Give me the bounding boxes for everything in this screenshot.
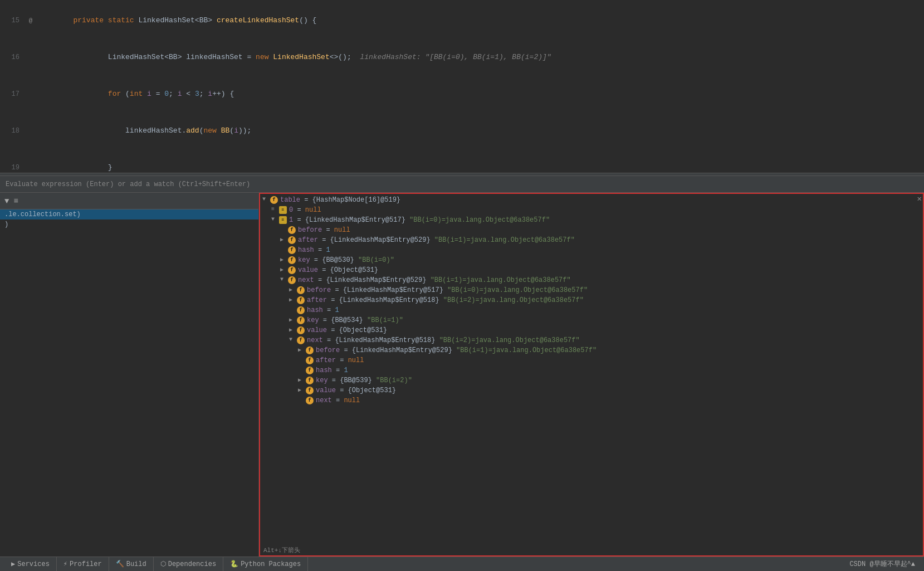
tree-text: 0 = null: [289, 206, 321, 214]
expand-arrow[interactable]: ▶: [298, 346, 304, 353]
line-content-19: }: [36, 149, 113, 173]
debug-item-2[interactable]: ): [0, 219, 258, 230]
expand-arrow[interactable]: ▶: [298, 377, 304, 383]
field-icon: f: [288, 226, 296, 234]
tree-item-before2[interactable]: ▶ f before = {LinkedHashMap$Entry@517} "…: [259, 285, 924, 295]
close-button[interactable]: ✕: [917, 194, 922, 203]
field-icon: f: [288, 246, 296, 254]
tree-item-before1[interactable]: f before = null: [259, 225, 924, 235]
expand-arrow[interactable]: ▼: [271, 216, 277, 222]
line-content-15: private static LinkedHashSet<BB> createL…: [36, 2, 316, 39]
status-item-build[interactable]: 🔨 Build: [109, 557, 154, 571]
evaluate-bar[interactable]: Evaluate expression (Enter) or add a wat…: [0, 176, 924, 193]
expand-arrow[interactable]: ▼: [289, 336, 295, 343]
tree-item-hash3[interactable]: f hash = 1: [259, 365, 924, 375]
tree-text: hash = 1: [307, 306, 339, 314]
status-item-python-packages[interactable]: 🐍 Python Packages: [223, 557, 308, 571]
debug-left-toolbar: ▼ ≡: [0, 193, 258, 209]
field-icon: f: [306, 397, 314, 404]
code-line-17[interactable]: 17 for (int i = 0; i < 3; i++) {: [0, 76, 924, 113]
line-number-15: 15: [0, 17, 25, 25]
tree-item-value2[interactable]: ▶ f value = {Object@531}: [259, 325, 924, 335]
status-item-dependencies[interactable]: ⬡ Dependencies: [154, 557, 223, 571]
tree-item-0[interactable]: ≡ ≡ 0 = null: [259, 205, 924, 215]
code-line-15[interactable]: 15 @ private static LinkedHashSet<BB> cr…: [0, 2, 924, 39]
field-icon: f: [297, 296, 305, 304]
expand-arrow[interactable]: [280, 246, 286, 252]
tree-text: key = {BB@539} "BB(i=2)": [316, 377, 412, 384]
tree-text: after = null: [316, 357, 364, 364]
expand-arrow[interactable]: ▶: [298, 387, 304, 393]
expand-arrow[interactable]: ▶: [289, 316, 295, 323]
tree-item-key1[interactable]: ▶ f key = {BB@530} "BB(i=0)": [259, 255, 924, 265]
tree-text: hash = 1: [298, 246, 330, 254]
expand-arrow[interactable]: ▶: [280, 256, 286, 263]
tree-item-1[interactable]: ▼ ≡ 1 = {LinkedHashMap$Entry@517} "BB(i=…: [259, 215, 924, 225]
tree-text: next = {LinkedHashMap$Entry@529} "BB(i=1…: [298, 276, 571, 284]
code-line-16[interactable]: 16 LinkedHashSet<BB> linkedHashSet = new…: [0, 39, 924, 76]
tree-text: next = null: [316, 397, 360, 404]
expand-arrow[interactable]: [289, 306, 295, 313]
tree-item-hash2[interactable]: f hash = 1: [259, 305, 924, 315]
debug-item-1[interactable]: .le.collection.set): [0, 209, 258, 219]
expand-arrow[interactable]: ≡: [271, 206, 277, 212]
tree-item-before3[interactable]: ▶ f before = {LinkedHashMap$Entry@529} "…: [259, 345, 924, 355]
expand-arrow[interactable]: ▶: [289, 296, 295, 303]
tree-item-value1[interactable]: ▶ f value = {Object@531}: [259, 265, 924, 275]
line-number-17: 17: [0, 90, 25, 98]
tree-item-table[interactable]: ▼ f table = {HashMap$Node[16]@519}: [259, 195, 924, 205]
line-number-19: 19: [0, 164, 25, 172]
field-icon: f: [297, 316, 305, 324]
tree-item-key2[interactable]: ▶ f key = {BB@534} "BB(i=1)": [259, 315, 924, 325]
gutter-15: @: [25, 17, 36, 24]
tree-item-key3[interactable]: ▶ f key = {BB@539} "BB(i=2)": [259, 375, 924, 385]
arr-icon: ≡: [279, 216, 287, 224]
expand-arrow[interactable]: ▼: [262, 196, 268, 202]
code-line-18[interactable]: 18 linkedHashSet.add(new BB(i));: [0, 113, 924, 149]
expand-arrow[interactable]: ▶: [289, 286, 295, 293]
debug-item-1-text: .le.collection.set): [4, 211, 81, 218]
tree-item-value3[interactable]: ▶ f value = {Object@531}: [259, 385, 924, 396]
tree-item-after3[interactable]: f after = null: [259, 355, 924, 365]
expand-arrow[interactable]: [298, 397, 304, 403]
field-icon: f: [306, 346, 314, 354]
status-item-services[interactable]: ▶ Services: [4, 557, 57, 571]
tree-item-next2[interactable]: ▼ f next = {LinkedHashMap$Entry@518} "BB…: [259, 335, 924, 345]
expand-arrow[interactable]: ▼: [280, 276, 286, 282]
tree-item-next3[interactable]: f next = null: [259, 396, 924, 406]
build-label: Build: [126, 560, 146, 568]
tree-text: after = {LinkedHashMap$Entry@529} "BB(i=…: [298, 236, 575, 244]
alt-hint-text: Alt+↓下箭头: [263, 547, 300, 554]
debug-item-2-text: ): [4, 221, 8, 228]
expand-arrow[interactable]: [298, 367, 304, 373]
field-icon: f: [288, 256, 296, 264]
expand-arrow[interactable]: [280, 226, 286, 232]
expand-arrow[interactable]: ▶: [289, 326, 295, 333]
tree-item-after2[interactable]: ▶ f after = {LinkedHashMap$Entry@518} "B…: [259, 295, 924, 305]
debug-left-panel: ▼ ≡ .le.collection.set) ): [0, 193, 259, 557]
csdn-label: CSDN @早睡不早起^▲: [849, 560, 915, 568]
status-item-profiler[interactable]: ⚡ Profiler: [57, 557, 109, 571]
tree-text: key = {BB@530} "BB(i=0)": [298, 256, 394, 264]
line-content-18: linkedHashSet.add(new BB(i));: [36, 113, 251, 149]
tree-text: key = {BB@534} "BB(i=1)": [307, 316, 403, 324]
field-icon: f: [288, 266, 296, 274]
tree-item-after1[interactable]: ▶ f after = {LinkedHashMap$Entry@529} "B…: [259, 235, 924, 245]
line-content-17: for (int i = 0; i < 3; i++) {: [36, 76, 234, 113]
tree-text: before = {LinkedHashMap$Entry@517} "BB(i…: [307, 286, 588, 294]
debug-tree[interactable]: ▼ f table = {HashMap$Node[16]@519} ≡ ≡ 0…: [259, 193, 924, 557]
field-icon: f: [306, 367, 314, 374]
tree-item-next1[interactable]: ▼ f next = {LinkedHashMap$Entry@529} "BB…: [259, 275, 924, 285]
services-icon: ▶: [11, 560, 15, 568]
field-icon: f: [297, 336, 305, 344]
code-line-19[interactable]: 19 }: [0, 149, 924, 173]
profiler-icon: ⚡: [63, 560, 67, 568]
expand-arrow[interactable]: ▶: [280, 236, 286, 243]
line-content-16: LinkedHashSet<BB> linkedHashSet = new Li…: [36, 39, 551, 76]
field-icon: f: [297, 286, 305, 294]
filter-icon[interactable]: ▼: [4, 197, 9, 206]
tree-item-hash1[interactable]: f hash = 1: [259, 245, 924, 255]
expand-arrow[interactable]: [298, 357, 304, 363]
expand-arrow[interactable]: ▶: [280, 266, 286, 273]
collapse-icon[interactable]: ≡: [13, 197, 18, 206]
